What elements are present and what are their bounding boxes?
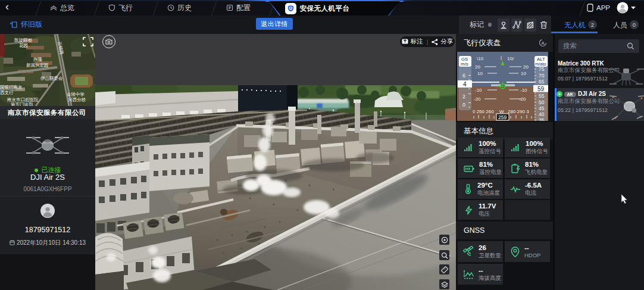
svg-text:75: 75 [539, 66, 545, 72]
svg-text:0 250 260: 0 250 260 [473, 109, 494, 114]
svg-text:59: 59 [537, 86, 545, 92]
svg-text:-20: -20 [519, 96, 526, 102]
svg-text:280 290 3: 280 290 3 [508, 109, 529, 114]
svg-text:新寓兴宏园: 新寓兴宏园 [26, 63, 49, 68]
svg-text:河西分校: 河西分校 [68, 97, 86, 102]
svg-text:m/s: m/s [461, 61, 468, 67]
svg-text:6: 6 [462, 73, 465, 79]
svg-text:国银行南京: 国银行南京 [0, 85, 23, 90]
svg-text:\10: \10 [477, 56, 484, 61]
svg-text:|: | [501, 55, 502, 60]
svg-text:0: 0 [462, 102, 465, 108]
svg-text:A: A [542, 40, 545, 46]
svg-text:40: 40 [539, 111, 545, 117]
svg-text:35: 35 [539, 117, 545, 121]
svg-text:-20: -20 [474, 96, 481, 102]
svg-text:2: 2 [462, 93, 465, 99]
svg-text:-10: -10 [475, 88, 482, 93]
svg-text:4: 4 [463, 81, 467, 88]
svg-text:西支行: 西支行 [0, 90, 14, 95]
svg-text:第五门诊部: 第五门诊部 [11, 102, 33, 106]
svg-text:20: 20 [523, 64, 529, 70]
svg-text:10/: 10/ [507, 56, 514, 61]
svg-text:兴隆: 兴隆 [33, 57, 43, 62]
svg-text:45: 45 [539, 105, 545, 111]
svg-text:70: 70 [539, 73, 545, 79]
svg-text:65: 65 [539, 79, 545, 85]
svg-text:10: 10 [521, 71, 526, 76]
svg-text:花园: 花园 [19, 43, 28, 48]
svg-text:凯旋丽都: 凯旋丽都 [14, 38, 33, 43]
svg-text:伊山丽委会: 伊山丽委会 [40, 76, 63, 81]
svg-text:10: 10 [477, 71, 483, 76]
svg-text:259: 259 [498, 114, 507, 120]
svg-text:50: 50 [539, 99, 545, 105]
svg-text:金陵中学: 金陵中学 [67, 92, 85, 97]
svg-text:-10: -10 [520, 88, 527, 93]
svg-text:20: 20 [475, 64, 480, 70]
svg-text:55: 55 [539, 93, 545, 99]
